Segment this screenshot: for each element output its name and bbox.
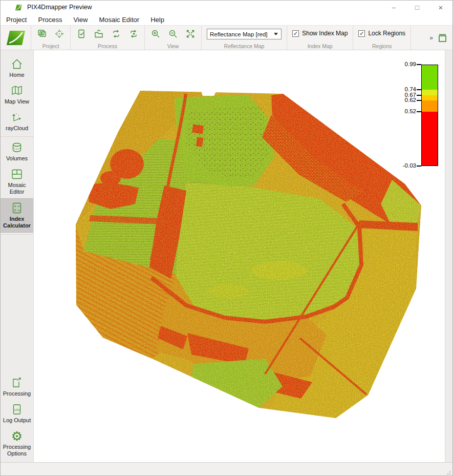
toolbar-group-label: View — [167, 43, 179, 49]
open-results-icon[interactable] — [93, 28, 104, 39]
lock-regions-label: Lock Regions — [368, 30, 405, 37]
sidebar-item-label: Processing Options — [1, 444, 33, 457]
close-button[interactable]: × — [429, 1, 452, 14]
toolbar-group-label: Project — [42, 43, 59, 49]
lock-regions-checkbox-row[interactable]: ✓ Lock Regions — [358, 30, 405, 37]
index-map-canvas[interactable]: 0.99 0.74 0.67 0.62 0.52 -0.03 — [34, 50, 452, 462]
toolbar-group-label: Regions — [372, 43, 392, 49]
sidebar-divider — [1, 136, 33, 137]
sidebar-item-volumes[interactable]: Volumes — [1, 138, 33, 165]
toolbar-group-view: View — [145, 26, 202, 50]
sidebar-item-raycloud[interactable]: rayCloud — [1, 108, 33, 135]
toolbar-group-label: Index Map — [308, 43, 333, 49]
dropdown-arrow-icon — [274, 33, 278, 35]
raycloud-icon — [10, 111, 24, 124]
sidebar-item-label: Log Output — [1, 417, 33, 424]
index-map-image — [34, 50, 445, 462]
sidebar-divider — [1, 234, 33, 235]
fit-view-icon[interactable] — [185, 28, 196, 39]
toolbar-group-process: Process — [71, 26, 145, 50]
pix4d-home-button[interactable] — [1, 26, 31, 50]
title-bar: PIX4Dmapper Preview – □ × — [1, 1, 452, 14]
pix4d-logo-icon — [15, 4, 23, 11]
sidebar-item-processing-options[interactable]: ⚙ Processing Options — [1, 427, 33, 460]
sidebar-item-mosaic-editor[interactable]: Mosaic Editor — [1, 165, 33, 198]
sidebar-item-label: Home — [1, 72, 33, 78]
menu-mosaic-editor[interactable]: Mosaic Editor — [93, 15, 145, 25]
sidebar-item-label: Processing — [1, 390, 33, 397]
show-index-map-checkbox-row[interactable]: ✓ Show Index Map — [292, 30, 348, 37]
sidebar-item-label: Volumes — [1, 155, 33, 162]
project-images-icon[interactable] — [36, 28, 48, 39]
home-icon — [10, 57, 24, 71]
processing-icon — [10, 376, 24, 389]
sidebar-item-label: Mosaic Editor — [1, 182, 33, 195]
toolbar-group-reflectance: Reflectance Map [red] Reflectance Map — [202, 26, 287, 50]
menu-process[interactable]: Process — [32, 15, 68, 25]
toolbar-group-project: Project — [31, 26, 71, 50]
sidebar-item-label: Index Calculator — [1, 216, 33, 229]
lock-regions-checkbox[interactable]: ✓ — [358, 30, 365, 37]
menu-view[interactable]: View — [68, 15, 93, 25]
menu-help[interactable]: Help — [145, 15, 170, 25]
sidebar-item-log-output[interactable]: LOG Log Output — [1, 400, 33, 427]
reflectance-map-dropdown-value: Reflectance Map [red] — [210, 31, 268, 37]
checkmark-icon: ✓ — [359, 31, 364, 36]
sidebar-item-label: rayCloud — [1, 125, 33, 132]
show-index-map-checkbox[interactable]: ✓ — [292, 30, 299, 37]
sidebar-item-label: Map View — [1, 98, 33, 105]
sidebar-item-home[interactable]: Home — [1, 55, 33, 81]
process-check-icon[interactable] — [76, 28, 87, 39]
zoom-in-icon[interactable] — [150, 28, 161, 39]
sidebar: Home Map View rayCloud — [1, 50, 34, 462]
sidebar-item-index-calculator[interactable]: + = × ÷ Index Calculator — [1, 198, 33, 233]
toolbar-group-label: Process — [98, 43, 117, 49]
window-title: PIX4Dmapper Preview — [27, 4, 92, 11]
minimize-button[interactable]: – — [382, 1, 405, 14]
processing-options-icon: ⚙ — [10, 429, 24, 443]
project-locate-icon[interactable] — [54, 28, 65, 39]
zoom-out-icon[interactable] — [167, 28, 179, 39]
svg-text:LOG: LOG — [14, 408, 19, 411]
index-calculator-icon: + = × ÷ — [10, 201, 24, 215]
canvas-scrollbar-gutter[interactable] — [445, 50, 452, 462]
checkmark-icon: ✓ — [293, 31, 298, 36]
show-index-map-label: Show Index Map — [302, 30, 348, 37]
volumes-icon — [10, 141, 24, 154]
toolbar-group-regions: ✓ Lock Regions Regions — [353, 26, 411, 50]
reoptimize-icon[interactable] — [128, 28, 139, 39]
svg-text:×: × — [13, 208, 17, 213]
sidebar-item-processing[interactable]: Processing — [1, 374, 33, 400]
menu-project[interactable]: Project — [1, 15, 32, 25]
resize-grip-icon[interactable] — [445, 469, 451, 475]
map-view-icon — [10, 84, 24, 97]
app-body: Home Map View rayCloud — [1, 50, 452, 462]
status-bar — [1, 462, 452, 476]
toolbar: Project — [1, 25, 452, 50]
reprocess-icon[interactable] — [111, 28, 122, 39]
toolbar-group-index-map: ✓ Show Index Map Index Map — [287, 26, 353, 50]
mosaic-editor-icon — [10, 168, 24, 181]
log-output-icon: LOG — [10, 403, 24, 416]
svg-text:÷: ÷ — [17, 208, 20, 213]
view-window-icon[interactable] — [437, 32, 448, 44]
sidebar-item-map-view[interactable]: Map View — [1, 81, 33, 108]
toolbar-group-label: Reflectance Map — [224, 43, 265, 49]
menu-bar: Project Process View Mosaic Editor Help — [1, 14, 452, 25]
maximize-button[interactable]: □ — [405, 1, 429, 14]
reflectance-map-dropdown[interactable]: Reflectance Map [red] — [207, 29, 282, 39]
toolbar-overflow-button[interactable]: » — [429, 34, 433, 42]
